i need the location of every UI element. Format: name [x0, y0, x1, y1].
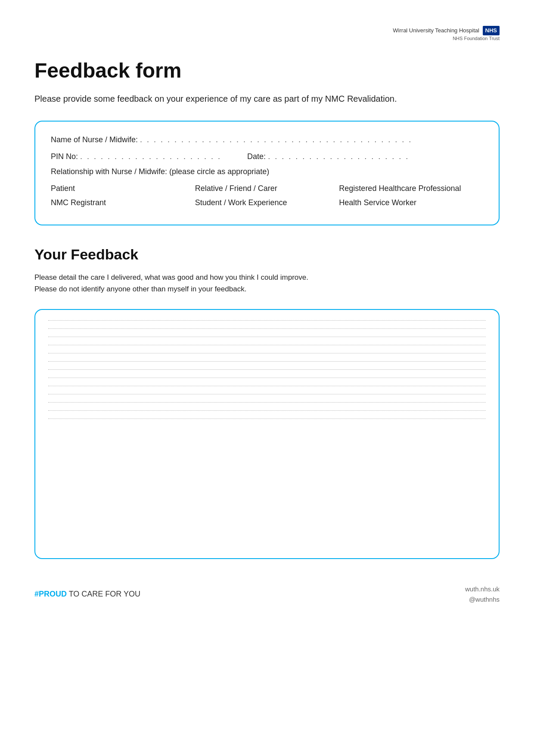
nurse-dots: . . . . . . . . . . . . . . . . . . . . …: [140, 135, 412, 144]
option-student: Student / Work Experience: [195, 198, 339, 207]
dot-line-2: [48, 328, 486, 329]
proud-text: #PROUD: [34, 590, 67, 598]
dot-line-1: [48, 320, 486, 321]
social-handle: @wuthnhs: [469, 596, 500, 603]
footer: #PROUD TO CARE FOR YOU wuth.nhs.uk @wuth…: [34, 580, 500, 605]
footer-website: wuth.nhs.uk @wuthnhs: [465, 584, 500, 605]
dot-line-5: [48, 353, 486, 353]
dot-line-10: [48, 394, 486, 394]
feedback-description: Please detail the care I delivered, what…: [34, 272, 500, 295]
hospital-info: Wirral University Teaching Hospital NHS …: [393, 26, 500, 42]
option-relative: Relative / Friend / Carer: [195, 184, 339, 193]
option-nmc: NMC Registrant: [51, 198, 195, 207]
nurse-row: Name of Nurse / Midwife: . . . . . . . .…: [51, 134, 483, 146]
relationship-options-row2: NMC Registrant Student / Work Experience…: [51, 198, 483, 207]
dot-line-3: [48, 337, 486, 337]
dot-line-13: [48, 419, 486, 419]
nhs-badge: NHS: [483, 26, 500, 35]
page: Wirral University Teaching Hospital NHS …: [0, 0, 534, 756]
dot-line-4: [48, 345, 486, 345]
nurse-label: Name of Nurse / Midwife:: [51, 135, 138, 144]
date-dots: . . . . . . . . . . . . . . . . . . . . …: [268, 152, 409, 161]
intro-text: Please provide some feedback on your exp…: [34, 92, 500, 105]
hospital-name: Wirral University Teaching Hospital: [393, 27, 479, 34]
option-health-worker: Health Service Worker: [339, 198, 483, 207]
relationship-label: Relationship with Nurse / Midwife: (plea…: [51, 167, 483, 176]
dot-line-9: [48, 386, 486, 386]
feedback-desc-line2: Please do not identify anyone other than…: [34, 285, 246, 293]
pin-dots: . . . . . . . . . . . . . . . . . . . . …: [80, 152, 221, 161]
info-box: Name of Nurse / Midwife: . . . . . . . .…: [34, 121, 500, 225]
dot-line-7: [48, 369, 486, 370]
feedback-title: Your Feedback: [34, 246, 500, 263]
relationship-options-row1: Patient Relative / Friend / Carer Regist…: [51, 184, 483, 193]
footer-proud: #PROUD TO CARE FOR YOU: [34, 590, 140, 599]
pin-label: PIN No:: [51, 152, 78, 161]
dot-line-6: [48, 361, 486, 362]
dot-line-11: [48, 402, 486, 403]
foundation-trust: NHS Foundation Trust: [393, 35, 500, 42]
option-patient: Patient: [51, 184, 195, 193]
date-label: Date:: [247, 152, 266, 161]
option-registered: Registered Healthcare Professional: [339, 184, 483, 193]
dot-line-12: [48, 410, 486, 411]
page-title: Feedback form: [34, 59, 500, 82]
pin-date-row: PIN No: . . . . . . . . . . . . . . . . …: [51, 152, 483, 161]
date-section: Date: . . . . . . . . . . . . . . . . . …: [247, 152, 409, 161]
website-url: wuth.nhs.uk: [465, 585, 500, 593]
pin-section: PIN No: . . . . . . . . . . . . . . . . …: [51, 152, 221, 161]
to-care-text: TO CARE FOR YOU: [67, 590, 140, 598]
header: Wirral University Teaching Hospital NHS …: [34, 26, 500, 42]
dot-line-8: [48, 378, 486, 378]
feedback-box[interactable]: [34, 309, 500, 559]
feedback-desc-line1: Please detail the care I delivered, what…: [34, 273, 308, 281]
